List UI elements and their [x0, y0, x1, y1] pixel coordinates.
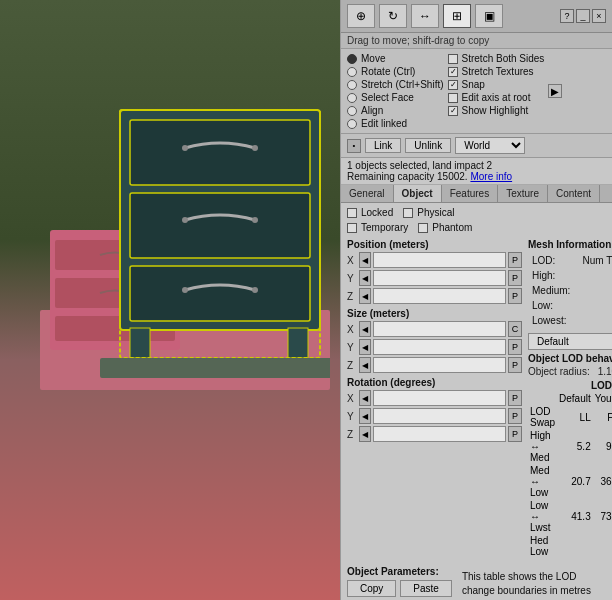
underscore-btn[interactable]: _: [576, 9, 590, 23]
copy-button[interactable]: Copy: [347, 580, 396, 597]
pos-x-lock[interactable]: P: [508, 252, 522, 268]
unlink-button[interactable]: Unlink: [405, 138, 451, 153]
select-face-radio[interactable]: [347, 93, 357, 103]
link-button[interactable]: Link: [365, 138, 401, 153]
rot-y-input[interactable]: [373, 408, 506, 424]
tab-object[interactable]: Object: [394, 185, 442, 202]
edit-linked-option[interactable]: Edit linked: [347, 118, 444, 129]
rot-z-p[interactable]: P: [508, 426, 522, 442]
close-btn[interactable]: ×: [592, 9, 606, 23]
rotate-tool-btn[interactable]: ↻: [379, 4, 407, 28]
svg-point-10: [182, 217, 188, 223]
phantom-checkbox[interactable]: [418, 223, 428, 233]
pos-z-input[interactable]: [373, 288, 506, 304]
snap-checkbox[interactable]: [448, 80, 458, 90]
stretch-textures-option[interactable]: Stretch Textures: [448, 66, 545, 77]
physical-checkbox[interactable]: [403, 208, 413, 218]
svg-point-8: [252, 145, 258, 151]
default-col: Default: [557, 392, 593, 405]
phantom-option[interactable]: Phantom: [418, 222, 472, 233]
rot-x-input[interactable]: [373, 390, 506, 406]
size-x-input[interactable]: [373, 321, 506, 337]
snap-option[interactable]: Snap: [448, 79, 545, 90]
tabs-row: General Object Features Texture Content: [341, 185, 612, 203]
locked-option[interactable]: Locked: [347, 207, 393, 218]
edit-axis-checkbox[interactable]: [448, 93, 458, 103]
align-radio[interactable]: [347, 106, 357, 116]
transform-tool-btn[interactable]: ⊞: [443, 4, 471, 28]
rotate-radio[interactable]: [347, 67, 357, 77]
size-y-dec[interactable]: ◀: [359, 339, 371, 355]
stretch-tool-btn[interactable]: ↔: [411, 4, 439, 28]
camera-tool-btn[interactable]: ▣: [475, 4, 503, 28]
show-highlight-option[interactable]: Show Highlight: [448, 105, 545, 116]
size-z-input[interactable]: [373, 357, 506, 373]
tab-texture[interactable]: Texture: [498, 185, 548, 202]
size-z-label: Z: [347, 360, 357, 371]
rot-z-input[interactable]: [373, 426, 506, 442]
physical-option[interactable]: Physical: [403, 207, 454, 218]
pos-y-label: Y: [347, 273, 357, 284]
rot-z-dec[interactable]: ◀: [359, 426, 371, 442]
size-z-dec[interactable]: ◀: [359, 357, 371, 373]
stretch-radio[interactable]: [347, 80, 357, 90]
svg-rect-12: [130, 266, 310, 321]
object-lod-title: Object LOD behaviour:: [528, 353, 612, 364]
size-y-input[interactable]: [373, 339, 506, 355]
svg-rect-18: [100, 358, 330, 378]
select-face-option[interactable]: Select Face: [347, 92, 444, 103]
rot-x-dec[interactable]: ◀: [359, 390, 371, 406]
size-x-dec[interactable]: ◀: [359, 321, 371, 337]
lod-factors-table: Default Yours LOD Swap LL FS 4.000 High …: [528, 392, 612, 558]
align-option[interactable]: Align: [347, 105, 444, 116]
edit-linked-radio[interactable]: [347, 119, 357, 129]
stretch-textures-checkbox[interactable]: [448, 67, 458, 77]
more-info-link[interactable]: More info: [470, 171, 512, 182]
show-highlight-checkbox[interactable]: [448, 106, 458, 116]
options-arrow-btn[interactable]: ▶: [548, 84, 562, 98]
temporary-checkbox[interactable]: [347, 223, 357, 233]
dot-btn[interactable]: •: [347, 139, 361, 153]
pos-y-input[interactable]: [373, 270, 506, 286]
high-med-default2: 9.2: [593, 429, 612, 464]
high-med-default: 5.2: [557, 429, 593, 464]
toolbar: ⊕ ↻ ↔ ⊞ ▣ ? _ ×: [341, 0, 612, 33]
stretch-both-sides-checkbox[interactable]: [448, 54, 458, 64]
locked-checkbox[interactable]: [347, 208, 357, 218]
med-low-default: 20.7: [557, 464, 593, 499]
pos-x-dec[interactable]: ◀: [359, 252, 371, 268]
pos-z-lock[interactable]: P: [508, 288, 522, 304]
link-row: • Link Unlink World: [341, 134, 612, 158]
temporary-option[interactable]: Temporary: [347, 222, 408, 233]
tab-features[interactable]: Features: [442, 185, 498, 202]
stretch-both-sides-option[interactable]: Stretch Both Sides: [448, 53, 545, 64]
size-y-label: Y: [347, 342, 357, 353]
rot-y-p[interactable]: P: [508, 408, 522, 424]
pos-z-dec[interactable]: ◀: [359, 288, 371, 304]
tab-content[interactable]: Content: [548, 185, 600, 202]
size-x-c[interactable]: C: [508, 321, 522, 337]
rot-y-dec[interactable]: ◀: [359, 408, 371, 424]
paste-button[interactable]: Paste: [400, 580, 452, 597]
low-label: Low:: [530, 299, 575, 312]
tab-general[interactable]: General: [341, 185, 394, 202]
move-option[interactable]: Move: [347, 53, 444, 64]
pos-y-dec[interactable]: ◀: [359, 270, 371, 286]
edit-axis-option[interactable]: Edit axis at root: [448, 92, 545, 103]
lod-dropdown[interactable]: Default: [528, 333, 612, 350]
svg-point-7: [182, 145, 188, 151]
size-y-p[interactable]: P: [508, 339, 522, 355]
pos-y-lock[interactable]: P: [508, 270, 522, 286]
move-radio[interactable]: [347, 54, 357, 64]
minimize-btn[interactable]: ?: [560, 9, 574, 23]
svg-point-13: [182, 287, 188, 293]
size-z-p[interactable]: P: [508, 357, 522, 373]
rotate-option[interactable]: Rotate (Ctrl): [347, 66, 444, 77]
move-tool-btn[interactable]: ⊕: [347, 4, 375, 28]
world-select[interactable]: World: [455, 137, 525, 154]
ll-label: LL: [557, 405, 593, 429]
stretch-option[interactable]: Stretch (Ctrl+Shift): [347, 79, 444, 90]
rot-y-label: Y: [347, 411, 357, 422]
pos-x-input[interactable]: [373, 252, 506, 268]
rot-x-p[interactable]: P: [508, 390, 522, 406]
